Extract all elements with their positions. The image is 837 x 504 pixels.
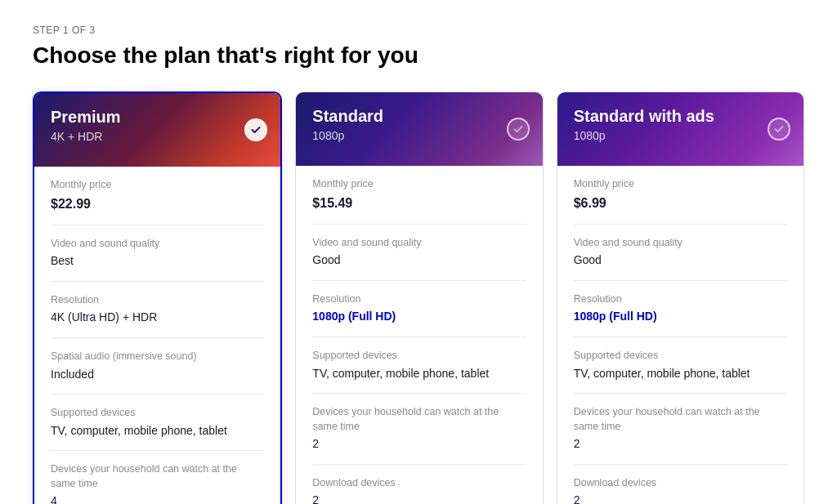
- plan-body-standard-ads: Monthly price$6.99Video and sound qualit…: [557, 166, 803, 504]
- plan-select-badge-standard[interactable]: [507, 118, 530, 140]
- row-label-standard-0: Monthly price: [312, 177, 526, 192]
- plan-row-standard-ads-2: Resolution1080p (Full HD): [574, 281, 787, 337]
- plan-row-standard-0: Monthly price$15.49: [312, 166, 526, 225]
- plan-row-standard-2: Resolution1080p (Full HD): [312, 281, 526, 337]
- plan-row-standard-1: Video and sound qualityGood: [312, 225, 526, 281]
- row-value-standard-ads-2: 1080p (Full HD): [574, 309, 787, 325]
- row-value-premium-5: 4: [51, 493, 264, 504]
- row-label-standard-5: Download devices: [312, 476, 526, 491]
- step-label: STEP 1 OF 3: [33, 25, 804, 36]
- row-value-standard-4: 2: [312, 436, 526, 453]
- plan-subtitle-standard-ads: 1080p: [574, 129, 787, 142]
- plan-row-premium-1: Video and sound qualityBest: [51, 225, 264, 282]
- plan-row-standard-4: Devices your household can watch at the …: [312, 394, 526, 465]
- plan-row-premium-2: Resolution4K (Ultra HD) + HDR: [51, 282, 264, 338]
- row-label-standard-ads-1: Video and sound quality: [574, 236, 787, 251]
- plan-row-standard-ads-4: Devices your household can watch at the …: [574, 394, 787, 465]
- row-label-standard-1: Video and sound quality: [312, 236, 526, 251]
- row-value-standard-5: 2: [312, 493, 526, 504]
- row-value-premium-3: Included: [51, 367, 264, 383]
- plan-row-premium-5: Devices your household can watch at the …: [51, 451, 264, 504]
- plan-row-standard-ads-1: Video and sound qualityGood: [574, 225, 787, 281]
- row-value-standard-ads-3: TV, computer, mobile phone, tablet: [574, 366, 787, 382]
- row-label-premium-5: Devices your household can watch at the …: [51, 462, 264, 491]
- plan-subtitle-standard: 1080p: [312, 129, 526, 142]
- row-label-standard-2: Resolution: [312, 292, 526, 307]
- row-value-premium-2: 4K (Ultra HD) + HDR: [51, 310, 264, 326]
- row-label-premium-0: Monthly price: [51, 178, 264, 193]
- row-value-premium-1: Best: [51, 253, 264, 270]
- row-value-standard-3: TV, computer, mobile phone, tablet: [312, 366, 526, 382]
- plan-name-standard-ads: Standard with ads: [574, 107, 787, 126]
- row-value-standard-2: 1080p (Full HD): [312, 309, 526, 325]
- plan-header-standard-ads: Standard with ads1080p: [557, 92, 803, 166]
- row-label-standard-ads-5: Download devices: [574, 476, 787, 491]
- row-label-standard-ads-2: Resolution: [574, 292, 787, 307]
- row-label-standard-4: Devices your household can watch at the …: [312, 405, 526, 434]
- plan-header-standard: Standard1080p: [296, 92, 542, 166]
- plan-row-premium-0: Monthly price$22.99: [51, 167, 264, 225]
- plan-name-premium: Premium: [51, 108, 264, 127]
- plan-row-premium-3: Spatial audio (immersive sound)Included: [51, 338, 264, 395]
- row-value-standard-ads-4: 2: [574, 436, 787, 453]
- plan-row-standard-ads-3: Supported devicesTV, computer, mobile ph…: [574, 337, 787, 394]
- plan-row-standard-ads-0: Monthly price$6.99: [574, 166, 787, 225]
- row-label-premium-2: Resolution: [51, 293, 264, 308]
- plan-name-standard: Standard: [312, 107, 526, 126]
- row-value-standard-1: Good: [312, 252, 526, 269]
- row-value-standard-ads-5: 2: [574, 493, 787, 504]
- plan-card-premium[interactable]: Premium4K + HDRMonthly price$22.99Video …: [33, 91, 282, 504]
- plan-body-premium: Monthly price$22.99Video and sound quali…: [34, 167, 280, 504]
- plan-row-premium-4: Supported devicesTV, computer, mobile ph…: [51, 395, 264, 451]
- page-title: Choose the plan that's right for you: [33, 42, 804, 69]
- row-value-premium-4: TV, computer, mobile phone, tablet: [51, 423, 264, 439]
- row-label-premium-3: Spatial audio (immersive sound): [51, 350, 264, 364]
- plan-card-standard[interactable]: Standard1080pMonthly price$15.49Video an…: [295, 91, 543, 504]
- plan-select-badge-premium[interactable]: [244, 118, 267, 141]
- row-label-premium-1: Video and sound quality: [51, 237, 264, 252]
- plan-row-standard-ads-5: Download devices2: [574, 465, 787, 504]
- row-value-standard-ads-1: Good: [574, 252, 787, 269]
- plan-header-premium: Premium4K + HDR: [34, 93, 280, 167]
- row-value-premium-0: $22.99: [51, 195, 264, 213]
- plan-row-standard-3: Supported devicesTV, computer, mobile ph…: [312, 337, 526, 394]
- row-label-standard-3: Supported devices: [312, 349, 526, 364]
- plan-card-standard-ads[interactable]: Standard with ads1080pMonthly price$6.99…: [557, 91, 804, 504]
- row-value-standard-0: $15.49: [312, 194, 526, 212]
- plan-select-badge-standard-ads[interactable]: [768, 118, 790, 140]
- row-label-standard-ads-4: Devices your household can watch at the …: [574, 405, 787, 434]
- plan-body-standard: Monthly price$15.49Video and sound quali…: [296, 166, 542, 504]
- row-label-standard-ads-0: Monthly price: [574, 177, 787, 192]
- row-value-standard-ads-0: $6.99: [574, 194, 787, 212]
- plan-subtitle-premium: 4K + HDR: [51, 130, 264, 143]
- plan-row-standard-5: Download devices2: [312, 465, 526, 504]
- row-label-premium-4: Supported devices: [51, 406, 264, 421]
- row-label-standard-ads-3: Supported devices: [574, 349, 787, 364]
- plans-container: Premium4K + HDRMonthly price$22.99Video …: [33, 91, 804, 504]
